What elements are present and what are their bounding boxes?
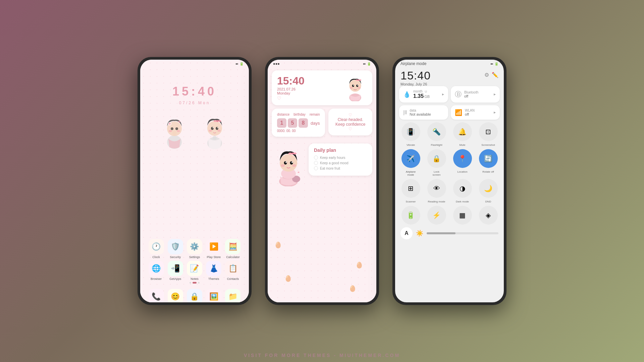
settings-icon[interactable]: ⚙ — [484, 72, 489, 78]
quick-lockscreen[interactable]: 🔒 Lockscreen — [425, 149, 448, 176]
vibrate-btn[interactable]: 📳 — [401, 122, 420, 141]
phone1-dock: 📞 😊 🔒 🖼️ 📁 — [146, 286, 244, 302]
edit-icon[interactable]: ✏️ — [492, 72, 498, 78]
character-2 — [200, 112, 230, 152]
app-themes[interactable]: 👗 Themes — [205, 261, 222, 281]
quick-screenshot[interactable]: ⊡ Screenshot — [477, 122, 500, 146]
widgets-row: distance birthday remain 1 5 8 days — [272, 109, 372, 140]
app-playstore[interactable]: ▶️ Play Store — [205, 239, 222, 259]
quick-reading[interactable]: 👁 Reading mode — [425, 179, 448, 203]
note-line-1: Clear-headed. — [334, 117, 367, 122]
dock-files[interactable]: 📁 — [224, 289, 241, 302]
quick-buttons-row3: ⊞ Scanner 👁 Reading mode ◑ Dark mode — [395, 179, 504, 206]
svg-point-21 — [358, 79, 359, 81]
extra3-icon: ▦ — [459, 211, 466, 219]
tile-data-unit: GB — [424, 95, 430, 99]
font-size-button[interactable]: A — [400, 227, 413, 239]
vibrate-icon: 📳 — [407, 128, 415, 136]
dock-lock[interactable]: 🔒 — [186, 289, 203, 302]
app-contacts-label: Contacts — [227, 277, 239, 281]
digit-3: 8 — [299, 118, 308, 128]
app-browser-label: Browser — [151, 277, 162, 281]
quick-vibrate[interactable]: 📳 Vibrate — [399, 122, 422, 146]
brightness-slider[interactable] — [427, 232, 498, 234]
app-clock[interactable]: 🕐 Clock — [148, 239, 165, 259]
app-security[interactable]: 🛡️ Security — [167, 239, 184, 259]
phone3-edit-icons: ⚙ ✏️ — [484, 69, 498, 78]
tile-mobile-status: Not available — [410, 112, 444, 116]
widget-time: 15:40 — [277, 75, 305, 87]
extra1-btn[interactable]: 🔋 — [401, 206, 420, 225]
widget-date: 2021.07.26 — [277, 87, 305, 91]
scroll-indicators — [146, 281, 244, 285]
tile-data-unit-label: U — [425, 90, 427, 93]
quick-extra1[interactable]: 🔋 — [399, 206, 422, 225]
lockscreen-btn[interactable]: 🔒 — [427, 149, 446, 168]
app-playstore-label: Play Store — [207, 255, 221, 259]
app-notes-label: Notes — [191, 277, 199, 281]
darkmode-btn[interactable]: ◑ — [453, 179, 472, 198]
dock-messages[interactable]: 😊 — [167, 289, 184, 302]
quick-darkmode[interactable]: ◑ Dark mode — [451, 179, 474, 203]
app-calculator[interactable]: 🧮 Calculator — [224, 239, 241, 259]
control-tiles: 💧 month U 1.35 GB ▶ Ⓑ — [395, 86, 504, 122]
svg-point-11 — [207, 121, 222, 136]
digit-2: 5 — [288, 118, 297, 128]
tile-bluetooth[interactable]: Ⓑ Bluetooth off ▶ — [451, 86, 500, 103]
app-getapps[interactable]: 📲 GetApps — [167, 261, 184, 281]
quick-rotate[interactable]: 🔄 Rotate off — [477, 149, 500, 176]
app-browser[interactable]: 🌐 Browser — [148, 261, 165, 281]
svg-point-3 — [169, 123, 171, 125]
reading-btn[interactable]: 👁 — [427, 179, 446, 198]
dock-phone[interactable]: 📞 — [148, 289, 165, 302]
quick-flashlight[interactable]: 🔦 Flashlight — [425, 122, 448, 146]
extra3-btn[interactable]: ▦ — [453, 206, 472, 225]
tile-data[interactable]: 💧 month U 1.35 GB ▶ — [399, 86, 448, 103]
svg-point-4 — [171, 127, 173, 130]
tile-wlan[interactable]: 📶 WLAN off ▶ — [451, 105, 500, 120]
quick-extra2[interactable]: ⚡ — [425, 206, 448, 225]
mute-btn[interactable]: 🔔 — [453, 122, 472, 141]
app-settings-label: Settings — [189, 255, 200, 259]
extra2-btn[interactable]: ⚡ — [427, 206, 446, 225]
app-notes[interactable]: 📝 Notes — [186, 261, 203, 281]
app-contacts[interactable]: 📋 Contacts — [224, 261, 241, 281]
svg-point-16 — [217, 127, 218, 128]
app-security-label: Security — [170, 255, 181, 259]
dock-gallery[interactable]: 🖼️ — [205, 289, 222, 302]
svg-point-12 — [216, 120, 218, 122]
tile-wlan-info: WLAN off — [465, 109, 491, 116]
tile-mobile-data[interactable]: |ll data Not available — [399, 105, 448, 120]
countdown-label-1: distance — [277, 113, 289, 116]
airplane-btn[interactable]: ✈️ — [401, 149, 420, 168]
rotate-btn[interactable]: 🔄 — [479, 149, 498, 168]
flashlight-btn[interactable]: 🔦 — [427, 122, 446, 141]
extra1-icon: 🔋 — [407, 211, 415, 219]
quick-extra3[interactable]: ▦ — [451, 206, 474, 225]
quick-extra4[interactable]: ◈ — [477, 206, 500, 225]
phone1-characters — [146, 112, 244, 236]
quick-mute[interactable]: 🔔 Mute — [451, 122, 474, 146]
dnd-btn[interactable]: 🌙 — [479, 179, 498, 198]
quick-location[interactable]: 📍 Location — [451, 149, 474, 176]
extra4-btn[interactable]: ◈ — [479, 206, 498, 225]
tile-data-value-row: 1.35 GB — [413, 93, 439, 99]
tile-bt-label: Bluetooth — [464, 90, 491, 94]
app-themes-label: Themes — [208, 277, 219, 281]
rotate-label: Rotate off — [482, 170, 494, 173]
quick-scanner[interactable]: ⊞ Scanner — [399, 179, 422, 203]
screenshot-btn[interactable]: ⊡ — [479, 122, 498, 141]
scanner-btn[interactable]: ⊞ — [401, 179, 420, 198]
bottom-widgets: Daily plan Keep early hours Keep a good … — [272, 143, 372, 186]
quick-airplane[interactable]: ✈️ Airplanemode — [399, 149, 422, 176]
extra2-icon: ⚡ — [432, 211, 441, 219]
quick-dnd[interactable]: 🌙 DND — [477, 179, 500, 203]
svg-point-6 — [169, 130, 172, 132]
scanner-icon: ⊞ — [408, 184, 414, 192]
location-btn[interactable]: 📍 — [453, 149, 472, 168]
tile-wlan-status: off — [465, 112, 491, 116]
app-settings[interactable]: ⚙️ Settings — [186, 239, 203, 259]
airplane-icon: ✈️ — [407, 155, 415, 163]
vibrate-label: Vibrate — [407, 143, 415, 146]
rotate-icon: 🔄 — [484, 155, 492, 163]
